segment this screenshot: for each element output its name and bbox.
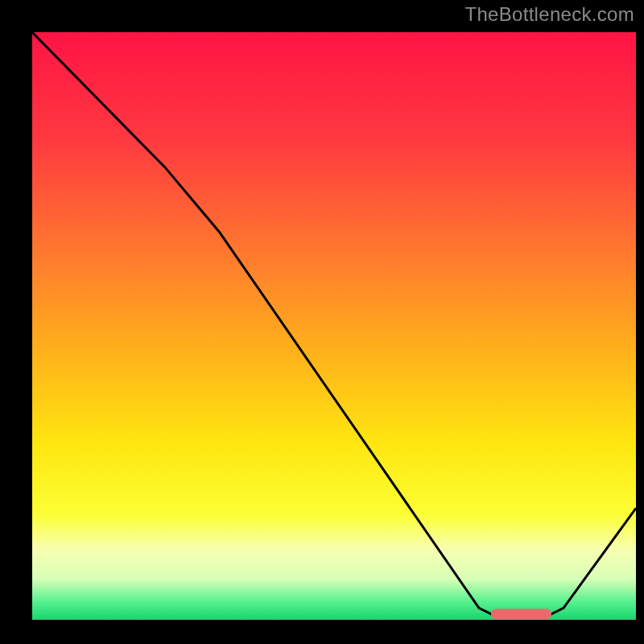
plot-area: [32, 32, 636, 620]
chart-container: TheBottleneck.com: [0, 0, 644, 644]
attribution-label: TheBottleneck.com: [464, 3, 634, 26]
optimal-zone-marker: [491, 609, 551, 619]
gradient-background: [32, 32, 636, 620]
chart-svg: [32, 32, 636, 620]
